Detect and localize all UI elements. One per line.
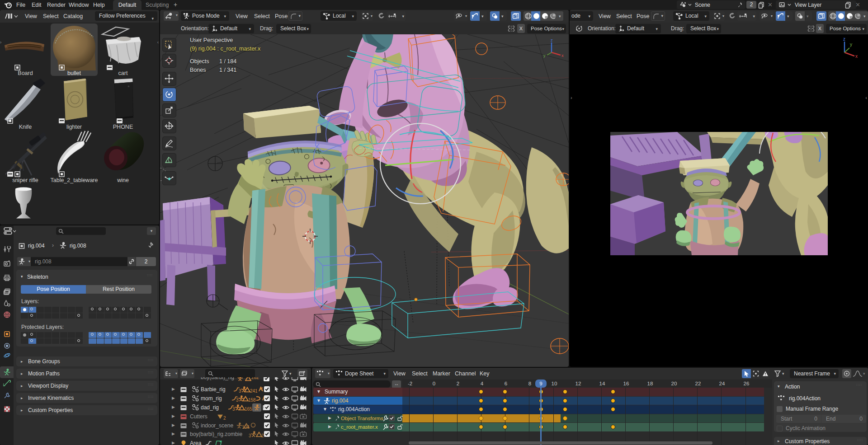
svg-text:y: y	[543, 53, 546, 58]
svg-text:x: x	[561, 53, 564, 58]
svg-text:x: x	[855, 54, 858, 59]
svg-text:z: z	[551, 38, 553, 42]
svg-text:z: z	[843, 37, 845, 42]
svg-text:y: y	[850, 42, 852, 47]
